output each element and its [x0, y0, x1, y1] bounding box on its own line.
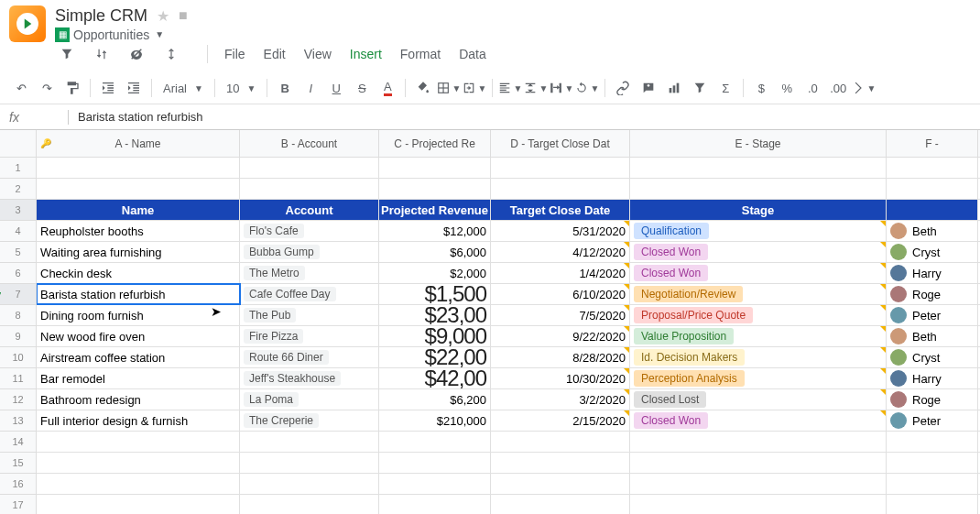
account-chip[interactable]: Jeff's Steakhouse — [244, 371, 341, 386]
stage-chip[interactable]: Proposal/Price Quote — [634, 307, 753, 323]
header-cell[interactable]: Projected Revenue — [379, 200, 491, 220]
fill-color-icon[interactable] — [411, 76, 435, 100]
cell-date[interactable]: 3/2/2020 — [491, 389, 630, 410]
merge-icon[interactable]: ▼ — [463, 76, 486, 100]
folder-icon[interactable]: ■ — [179, 7, 188, 24]
header-cell[interactable]: Name — [37, 200, 240, 220]
chart-icon[interactable] — [662, 76, 686, 100]
cell-account[interactable]: Jeff's Steakhouse — [240, 368, 379, 388]
menu-data[interactable]: Data — [452, 43, 494, 65]
cell[interactable] — [379, 432, 491, 452]
cell-revenue[interactable]: $2,000 — [379, 263, 491, 283]
cell-name[interactable]: Waiting area furnishing — [37, 242, 240, 262]
row-header[interactable]: 7⤢ — [0, 284, 36, 305]
cell-revenue[interactable]: $9,000 — [379, 326, 491, 346]
row-header[interactable]: 16 — [0, 474, 36, 495]
col-header-d[interactable]: D - Target Close Dat — [491, 130, 630, 157]
cell-date[interactable]: 8/28/2020 — [491, 347, 630, 367]
doc-title[interactable]: Simple CRM — [55, 6, 147, 26]
menu-view[interactable]: View — [297, 43, 339, 65]
cell[interactable] — [379, 474, 491, 494]
cell-stage[interactable]: Negotiation/Review — [630, 284, 887, 304]
currency-icon[interactable]: $ — [749, 76, 773, 100]
cell[interactable] — [37, 474, 240, 494]
italic-icon[interactable]: I — [299, 76, 322, 100]
cell-account[interactable]: The Metro — [240, 263, 379, 283]
row-header[interactable]: 9 — [0, 326, 36, 347]
hide-icon[interactable] — [125, 42, 148, 66]
cell-stage[interactable]: Perception Analysis — [630, 368, 887, 388]
cell-revenue[interactable]: $23,00 — [379, 305, 491, 325]
sheet-selector[interactable]: ▦ Opportunities ▼ — [55, 27, 164, 42]
cell[interactable] — [240, 453, 379, 473]
cell-name[interactable]: Barista station refurbish — [37, 284, 240, 304]
cell[interactable] — [37, 453, 240, 473]
row-header[interactable]: 2 — [0, 179, 36, 200]
cell[interactable] — [240, 474, 379, 494]
cell[interactable] — [37, 179, 240, 199]
col-header-b[interactable]: B - Account — [240, 130, 379, 157]
cell-revenue[interactable]: $6,200 — [379, 389, 491, 410]
undo-icon[interactable]: ↶ — [9, 76, 33, 100]
cell[interactable] — [240, 432, 379, 452]
cell-date[interactable]: 1/4/2020 — [491, 263, 630, 283]
font-size-select[interactable]: 10▼ — [221, 76, 261, 100]
account-chip[interactable]: The Creperie — [244, 413, 319, 428]
cell[interactable] — [630, 453, 887, 473]
align-icon[interactable]: ▼ — [498, 76, 522, 100]
percent-icon[interactable]: % — [775, 76, 799, 100]
filter-views-icon[interactable] — [688, 76, 712, 100]
row-header[interactable]: 3🗄 — [0, 200, 36, 221]
sort-icon[interactable] — [90, 42, 114, 66]
cell-name[interactable]: Full interior design & furnish — [37, 410, 240, 431]
account-chip[interactable]: The Pub — [244, 308, 296, 323]
bold-icon[interactable]: B — [273, 76, 297, 100]
cell[interactable] — [630, 495, 887, 514]
cell[interactable] — [887, 179, 978, 199]
cell-name[interactable]: Airstream coffee station — [37, 347, 240, 367]
cell[interactable] — [491, 432, 630, 452]
col-header-a[interactable]: 🔑A - Name — [37, 130, 240, 157]
text-color-icon[interactable]: A — [376, 76, 399, 100]
cell-stage[interactable]: Qualification — [630, 221, 887, 241]
stage-chip[interactable]: Closed Lost — [634, 391, 706, 408]
stage-chip[interactable]: Closed Won — [634, 244, 708, 260]
cell-revenue[interactable]: $6,000 — [379, 242, 491, 262]
cell-revenue[interactable]: $210,000 — [379, 410, 491, 431]
cell[interactable] — [240, 179, 379, 199]
cell-account[interactable]: Route 66 Diner — [240, 347, 379, 367]
group-icon[interactable] — [159, 42, 183, 66]
cell-account[interactable]: Cafe Coffee Day — [240, 284, 379, 304]
cell-name[interactable]: Dining room furnish — [37, 305, 240, 325]
col-header-c[interactable]: C - Projected Re — [379, 130, 491, 157]
cell-date[interactable]: 4/12/2020 — [491, 242, 630, 262]
cell-date[interactable]: 6/10/2020 — [491, 284, 630, 304]
cell[interactable] — [379, 179, 491, 199]
expand-icon[interactable]: ⤢ — [0, 290, 2, 300]
filter-icon[interactable] — [55, 42, 79, 66]
functions-icon[interactable]: Σ — [713, 76, 737, 100]
row-header[interactable]: 15 — [0, 453, 36, 474]
cell-owner[interactable]: Beth — [887, 326, 978, 346]
header-cell[interactable]: Account — [240, 200, 379, 220]
cell-account[interactable]: La Poma — [240, 389, 379, 410]
cell[interactable] — [379, 495, 491, 514]
cell-name[interactable]: Bathroom redesign — [37, 389, 240, 410]
cell-stage[interactable]: Id. Decision Makers — [630, 347, 887, 367]
cell-owner[interactable]: Cryst — [887, 242, 978, 262]
cell-date[interactable]: 5/31/2020 — [491, 221, 630, 241]
menu-edit[interactable]: Edit — [256, 43, 293, 65]
cell-name[interactable]: Reupholster booths — [37, 221, 240, 241]
star-icon[interactable]: ★ — [157, 7, 169, 25]
account-chip[interactable]: Route 66 Diner — [244, 350, 329, 365]
row-header[interactable]: 5 — [0, 242, 36, 263]
header-cell[interactable]: Stage — [630, 200, 887, 220]
wrap-icon[interactable]: ▼ — [550, 76, 573, 100]
indent-increase-icon[interactable] — [122, 76, 146, 100]
formula-bar[interactable]: Barista station refurbish — [69, 110, 980, 124]
row-header[interactable]: 17 — [0, 495, 36, 514]
row-header[interactable]: 14 — [0, 432, 36, 453]
paint-format-icon[interactable] — [60, 76, 84, 100]
header-cell[interactable] — [887, 200, 978, 220]
cell-name[interactable]: New wood fire oven — [37, 326, 240, 346]
